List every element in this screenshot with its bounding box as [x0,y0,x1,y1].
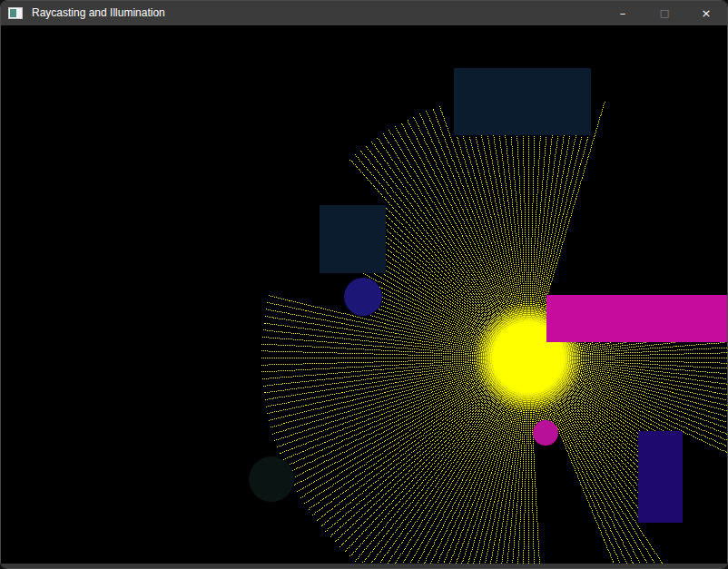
maximize-button[interactable]: □ [644,1,685,25]
app-icon [8,7,23,19]
raycast-canvas[interactable] [1,25,727,564]
window-controls: – □ × [602,1,727,25]
minimize-button[interactable]: – [602,1,644,25]
close-button[interactable]: × [685,1,727,25]
render-area [1,25,727,564]
window-bottom-border [1,564,727,568]
app-icon-pane [10,9,16,17]
title-bar[interactable]: Raycasting and Illumination – □ × [1,1,727,25]
app-window: Raycasting and Illumination – □ × [0,0,728,569]
window-title: Raycasting and Illumination [32,1,165,25]
